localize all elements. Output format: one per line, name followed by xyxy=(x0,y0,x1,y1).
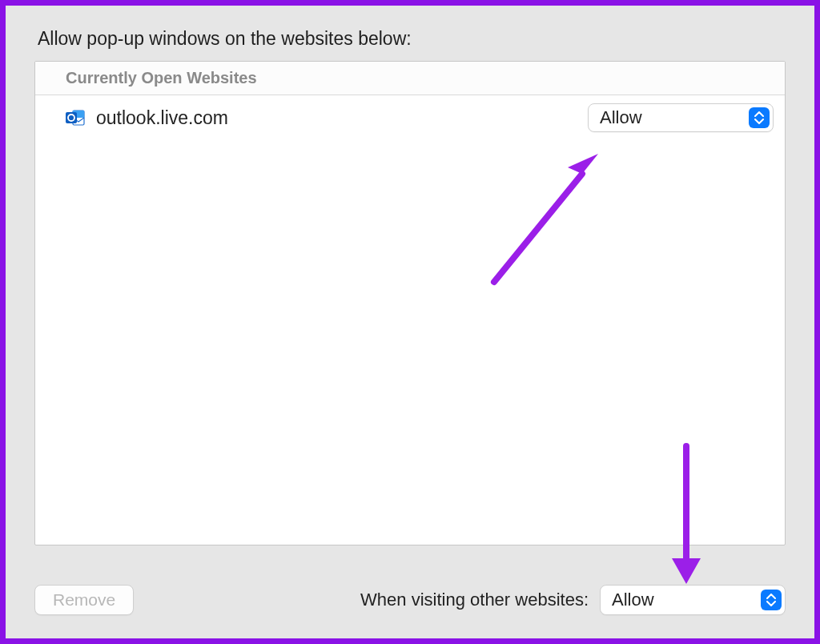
panel-footer: Remove When visiting other websites: All… xyxy=(34,584,786,616)
websites-list[interactable]: Currently Open Websites outlook.live.com… xyxy=(34,61,786,545)
preferences-panel: Allow pop-up windows on the websites bel… xyxy=(0,0,820,644)
chevrons-up-down-icon xyxy=(761,590,782,610)
site-permission-select[interactable]: Allow xyxy=(588,103,774,132)
table-row[interactable]: outlook.live.com Allow xyxy=(35,95,785,140)
chevrons-up-down-icon xyxy=(749,107,770,128)
remove-button-label: Remove xyxy=(53,590,115,610)
other-websites-select[interactable]: Allow xyxy=(600,585,786,615)
outlook-icon xyxy=(66,109,85,127)
other-websites-label: When visiting other websites: xyxy=(360,590,589,610)
panel-heading: Allow pop-up windows on the websites bel… xyxy=(38,28,786,50)
svg-marker-7 xyxy=(672,558,701,584)
remove-button[interactable]: Remove xyxy=(34,585,134,615)
site-permission-value: Allow xyxy=(600,107,749,128)
site-domain: outlook.live.com xyxy=(96,107,588,129)
list-section-header: Currently Open Websites xyxy=(35,62,785,95)
other-websites-value: Allow xyxy=(612,590,761,610)
